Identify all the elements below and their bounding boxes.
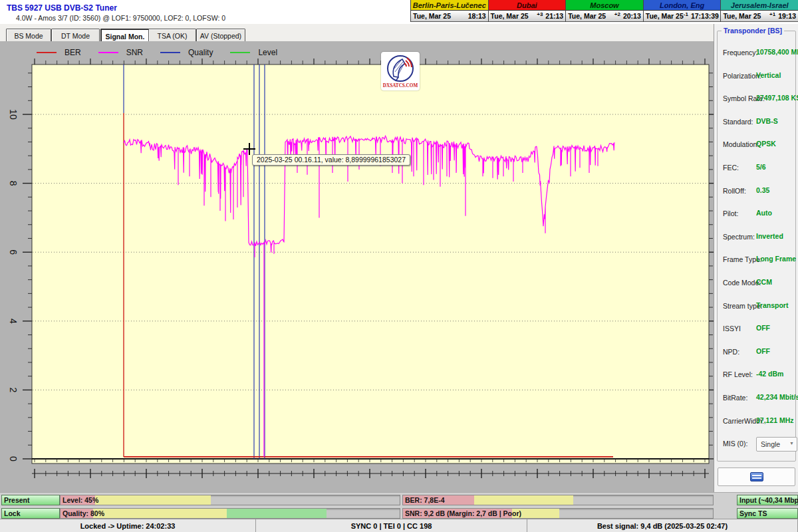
field-value: 42,234 Mbit/s	[756, 393, 798, 401]
status-lock-uptime: Locked -> Uptime: 24:02:33	[0, 519, 256, 532]
clock-berlin-paris-lu-enec: Berlin-Paris-LučenecTue, Mar 2518:13	[410, 0, 488, 22]
clock-date: Tue, Mar 25	[413, 12, 451, 20]
dxsatcs-logo: DXSATCS.COM	[381, 52, 420, 90]
field-value: 0.35	[756, 186, 769, 194]
gauge-segment-yellow	[93, 509, 227, 518]
svg-text:2: 2	[8, 388, 19, 393]
transponder-row-fec-: FEC:5/6	[718, 164, 795, 174]
clock-hhmm: 20:13	[623, 12, 641, 20]
tab-av-stopped-[interactable]: AV (Stopped)	[196, 29, 245, 43]
transponder-groupbox: Transponder [BS] Frequency:10758,400 MHz…	[717, 31, 796, 462]
clock-time: Tue, Mar 2518:13	[411, 11, 488, 22]
clock-date: Tue, Mar 25	[491, 12, 529, 20]
clock-city-label: Jerusalem-Israel	[721, 0, 798, 11]
field-label: RollOff:	[723, 187, 746, 195]
clock-moscow: MoscowTue, Mar 25+220:13	[565, 0, 643, 22]
indicator-label: BER: 7,8E-4	[405, 496, 445, 504]
status-sync-counters: SYNC 0 | TEI 0 | CC 198	[256, 519, 527, 532]
field-value: Auto	[756, 209, 772, 217]
field-value: 5/6	[756, 163, 766, 171]
indicator-present: Present	[1, 495, 60, 505]
clock-date: Tue, Mar 25	[568, 12, 606, 20]
tab-tsa-ok-[interactable]: TSA (OK)	[148, 29, 196, 43]
indicator-label: Lock	[4, 509, 21, 517]
field-value: 27497,108 KS/s	[756, 94, 798, 102]
field-value: Vertical	[756, 71, 781, 79]
indicator-level: Level: 45%	[60, 495, 400, 505]
mis-dropdown[interactable]: Single▼	[756, 437, 797, 452]
chart-tooltip: 2025-03-25 00.16.11, value: 8,8999996185…	[252, 154, 410, 166]
logo-text: DXSATCS.COM	[383, 83, 418, 88]
field-label: Spectrum:	[723, 233, 755, 241]
clock-city-label: Berlin-Paris-Lučenec	[411, 0, 488, 11]
groupbox-title: Transponder [BS]	[722, 27, 784, 35]
transponder-row-mis: MIS (0):Single▼	[718, 440, 795, 450]
gauge-segment-green	[227, 509, 327, 518]
status-bar: Locked -> Uptime: 24:02:33 SYNC 0 | TEI …	[0, 519, 798, 532]
transponder-row-frame-type-: Frame Type:Long Frame	[718, 255, 795, 266]
window-title: TBS 5927 USB DVB-S2 Tuner	[7, 3, 117, 13]
indicator-label: Quality: 80%	[63, 509, 104, 517]
field-label: Standard:	[723, 118, 753, 126]
field-label: Modulation:	[723, 140, 759, 148]
field-value: Inverted	[756, 232, 783, 240]
tab-dt-mode[interactable]: DT Mode	[51, 29, 100, 43]
crosshair-cursor	[243, 143, 255, 155]
window-subtitle: 4.0W - Amos 3/7 (ID: 3560) @ LOF1: 97500…	[16, 14, 225, 22]
clock-time: Tue, Mar 25+119:13	[721, 11, 798, 22]
clock-utc-offset: +1	[761, 11, 778, 17]
gauge-segment-yellow	[474, 495, 573, 505]
transponder-row-npd-: NPD:OFF	[718, 348, 795, 358]
mis-selected-value: Single	[761, 440, 780, 448]
transponder-row-code-mode-: Code Mode:CCM	[718, 279, 795, 289]
field-value: 37,121 MHz	[756, 416, 794, 424]
transponder-row-symbol-rate-: Symbol Rate:27497,108 KS/s	[718, 94, 795, 105]
indicator-sync-ts: Sync TS	[737, 508, 798, 519]
transponder-row-polarization-: Polarization:Vertical	[718, 72, 795, 82]
list-icon	[750, 472, 763, 481]
field-value: CCM	[756, 278, 772, 286]
satellite-dish-icon: DXSATCS.COM	[381, 52, 420, 90]
transponder-row-issyi: ISSYIOFF	[718, 325, 795, 335]
field-label: Pilot:	[723, 209, 738, 217]
signal-chart-panel[interactable]: BERSNRQualityLevel 0246810 2025-03-25 00…	[0, 41, 714, 492]
indicator-label: SNR: 9,2 dB (Margin: 2,7 dB | Poor)	[405, 509, 521, 517]
transponder-row-standard-: Standard:DVB-S	[718, 118, 795, 128]
clock-jerusalem-israel: Jerusalem-IsraelTue, Mar 25+119:13	[720, 0, 798, 22]
field-value: OFF	[756, 324, 770, 332]
field-value: QPSK	[756, 140, 776, 148]
svg-text:0: 0	[8, 456, 19, 462]
clock-city-label: London, Eng	[644, 0, 721, 11]
field-value: Transport	[756, 301, 788, 309]
field-label: FEC:	[723, 164, 739, 172]
clock-utc-offset: -1	[684, 11, 691, 17]
clock-hhmm: 21:13	[545, 12, 563, 20]
indicator-quality: Quality: 80%	[60, 508, 400, 519]
indicator-input-40-34-mbps-: Input (~40,34 Mbps)	[737, 495, 798, 505]
clock-utc-offset: +3	[529, 11, 546, 17]
clock-hhmm: 18:13	[468, 12, 486, 20]
clock-utc-offset: +2	[606, 11, 623, 17]
transponder-row-rf-level-: RF Level:-42 dBm	[718, 370, 795, 381]
signal-chart[interactable]: 0246810	[0, 41, 714, 492]
clock-dubai: DubaiTue, Mar 25+321:13	[488, 0, 566, 22]
transponder-panel: Transponder [BS] Frequency:10758,400 MHz…	[714, 24, 798, 492]
tab-bs-mode[interactable]: BS Mode	[6, 29, 51, 43]
transponder-row-modulation-: Modulation:QPSK	[718, 140, 795, 151]
transponder-row-pilot-: Pilot:Auto	[718, 209, 795, 220]
indicator-lock: Lock	[1, 508, 60, 519]
clock-london-eng: London, EngTue, Mar 25-117:13:39	[643, 0, 721, 22]
app-window: TBS 5927 USB DVB-S2 Tuner 4.0W - Amos 3/…	[0, 0, 798, 532]
field-value: 10758,400 MHz	[756, 48, 798, 56]
field-label: ISSYI	[723, 325, 741, 332]
indicator-bars: PresentLevel: 45%BER: 7,8E-4Input (~40,3…	[0, 492, 798, 519]
chevron-down-icon: ▼	[789, 441, 794, 446]
field-value: -42 dBm	[756, 370, 783, 378]
indicator-ber: BER: 7,8E-4	[402, 495, 714, 505]
transponder-list-button[interactable]	[718, 467, 795, 486]
gauge-segment-yellow	[95, 495, 211, 505]
field-label: BitRate:	[723, 394, 747, 402]
svg-text:10: 10	[8, 109, 19, 120]
field-label: Code Mode:	[723, 279, 761, 287]
field-value: DVB-S	[756, 117, 778, 125]
